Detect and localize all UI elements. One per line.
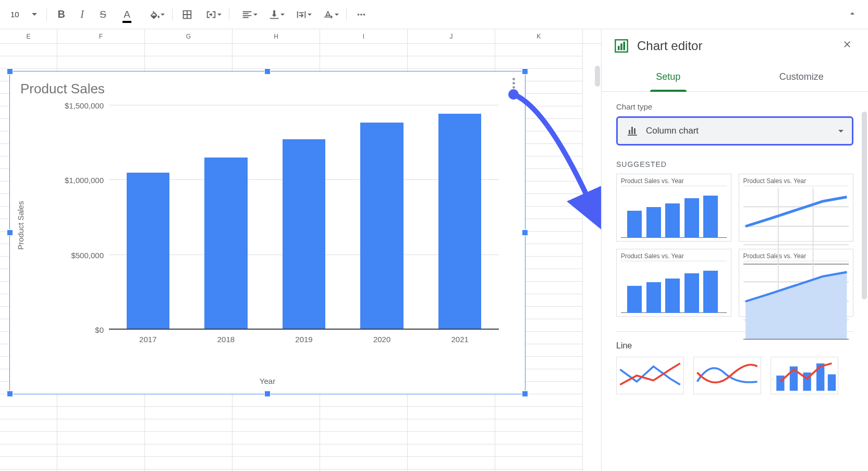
panel-tabs: Setup Customize [602,63,868,92]
column-header[interactable]: H [233,29,320,43]
category-line-label: Line [616,341,853,351]
thumb-line-basic[interactable] [616,357,684,394]
more-button[interactable] [352,5,371,24]
divider [346,8,347,21]
resize-handle[interactable] [264,391,271,397]
close-button[interactable] [839,36,855,56]
x-axis-label: Year [10,377,525,385]
thumb-column-2[interactable]: Product Sales vs. Year [616,249,731,317]
more-horizontal-icon [356,9,367,20]
text-color-button[interactable]: A [115,5,140,24]
divider [46,8,47,21]
text-rotation-button[interactable] [316,5,341,24]
toolbar: 10 B I S A [0,0,868,29]
main: E F G H I J K // rows will be drawn afte… [0,29,868,471]
close-icon [842,39,852,50]
divider [172,8,173,21]
resize-handle[interactable] [522,68,528,75]
plot-area: $0$500,000$1,000,000$1,500,0002017201820… [109,105,499,330]
collapse-toolbar-button[interactable] [847,8,858,21]
chart-more-menu[interactable] [507,77,520,89]
panel-scrollbar[interactable] [861,33,868,471]
horizontal-align-button[interactable] [235,5,260,24]
fill-color-button[interactable] [142,5,167,24]
suggested-label: SUGGESTED [616,160,853,168]
chart-body: Product Sales $0$500,000$1,000,000$1,500… [26,100,509,351]
divider [229,8,229,21]
text-wrap-icon [296,9,307,20]
text-wrap-button[interactable] [289,5,314,24]
font-size-value: 10 [10,10,19,19]
paint-bucket-icon [149,9,160,20]
strikethrough-button[interactable]: S [94,5,113,24]
borders-button[interactable] [178,5,197,24]
font-size-selector[interactable]: 10 [6,6,41,23]
resize-handle[interactable] [522,391,528,397]
svg-point-1 [360,14,362,16]
chart-type-value: Column chart [646,126,831,136]
chart-type-select[interactable]: Column chart [616,116,853,146]
bold-button[interactable]: B [52,5,71,24]
column-header[interactable]: G [145,29,233,43]
merge-icon [205,9,217,20]
thumb-body [743,263,849,340]
chevron-down-icon [838,130,843,132]
align-bottom-icon [268,9,280,20]
italic-button[interactable]: I [73,5,92,24]
panel-content: Chart type Column chart SUGGESTED Produc… [602,92,868,471]
resize-handle[interactable] [7,230,13,236]
borders-icon [181,9,193,20]
svg-rect-6 [620,43,622,50]
panel-title: Chart editor [637,39,830,53]
thumb-body [743,188,849,264]
svg-rect-25 [828,375,836,391]
chart-icon [614,39,629,53]
tab-customize[interactable]: Customize [735,63,869,91]
chart-editor-panel: Chart editor Setup Customize Chart type … [601,29,868,471]
thumb-combo[interactable] [771,357,838,394]
vertical-scrollbar[interactable] [595,66,600,87]
panel-header: Chart editor [602,29,868,63]
resize-handle[interactable] [7,68,13,75]
thumb-line[interactable]: Product Sales vs. Year [739,174,854,241]
chart-title[interactable]: Product Sales [10,71,525,100]
scroll-thumb[interactable] [862,112,867,299]
resize-handle[interactable] [264,68,271,75]
vertical-align-button[interactable] [262,5,287,24]
column-header[interactable]: F [57,29,145,43]
thumb-body [621,263,727,313]
svg-point-2 [363,14,365,16]
svg-rect-5 [618,46,620,50]
column-header[interactable]: E [0,29,57,43]
resize-handle[interactable] [7,391,13,397]
column-header[interactable]: I [320,29,408,43]
y-axis-label: Product Sales [16,201,25,249]
column-header[interactable]: J [408,29,495,43]
thumb-column[interactable]: Product Sales vs. Year [616,174,731,241]
column-headers: E F G H I J K [0,29,601,44]
align-left-icon [241,9,253,20]
chart-object[interactable]: Product Sales Product Sales $0$500,000$1… [9,71,525,394]
text-rotation-icon [323,9,334,20]
sheet-area: E F G H I J K // rows will be drawn afte… [0,29,601,471]
chart-type-label: Chart type [616,102,853,111]
tab-setup[interactable]: Setup [602,63,735,91]
resize-handle[interactable] [522,230,528,236]
thumb-body [621,188,727,238]
chevron-down-icon [32,13,37,16]
svg-point-0 [357,14,359,16]
merge-cells-button[interactable] [199,5,224,24]
line-thumbs [616,357,853,394]
thumb-line-smooth[interactable] [693,357,761,394]
svg-rect-7 [624,42,626,50]
column-chart-icon [626,125,639,137]
suggested-thumbs: Product Sales vs. Year Product Sales vs.… [616,174,853,317]
chevron-up-icon [847,8,858,19]
column-header[interactable]: K [495,29,583,43]
